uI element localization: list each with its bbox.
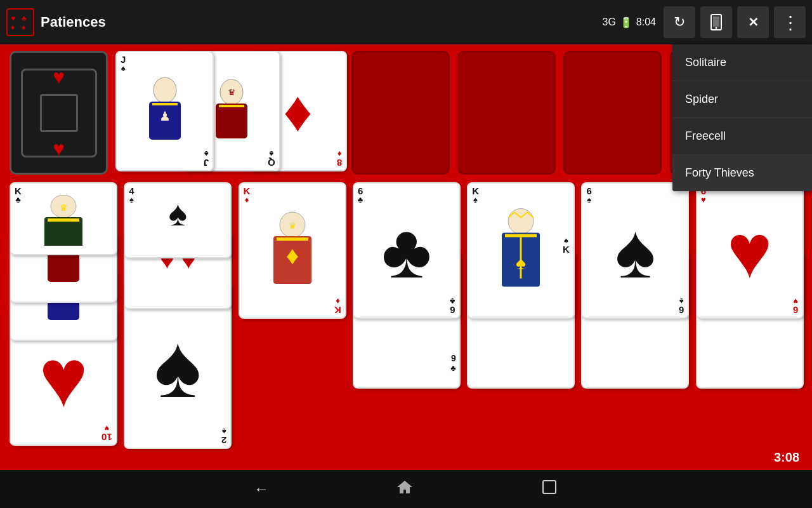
card-kd[interactable]: K♦ ♛ ♦ K♦ (239, 182, 346, 319)
waste-card-1[interactable]: J ♠ ♟ J ♠ (115, 51, 214, 171)
svg-rect-32 (505, 234, 537, 237)
stock-pile[interactable]: ♥ ♥ (10, 51, 108, 175)
svg-text:♛: ♛ (288, 220, 296, 231)
svg-text:♟: ♟ (159, 109, 171, 123)
bottom-nav: ← (0, 470, 812, 508)
dropdown-menu: Solitaire Spider Freecell Forty Thieves (672, 44, 812, 191)
svg-rect-6 (713, 17, 719, 27)
tableau-col-3[interactable]: K♦ ♛ ♦ K♦ (239, 182, 345, 449)
svg-text:♛: ♛ (227, 87, 235, 97)
close-button[interactable]: ✕ (737, 6, 769, 38)
card-4s[interactable]: 4♠ ♠ (124, 182, 232, 258)
more-button[interactable]: ⋮ (774, 6, 806, 38)
svg-rect-12 (219, 105, 244, 107)
card-6c[interactable]: 6♣ ♣ 6♣ (353, 182, 461, 319)
svg-point-7 (716, 27, 717, 29)
card-6h[interactable]: 6♥ ♥ 6♥ (696, 182, 804, 319)
tableau-col-2[interactable]: 2♠ ♠ 2♠ 3♥ ♥ ♥ 4♠ ♠ (124, 182, 230, 449)
svg-rect-15 (152, 103, 178, 105)
tableau-col-6[interactable]: 9♠ 6♠ ♠ 6♠ (581, 182, 688, 449)
svg-rect-23 (48, 218, 79, 222)
top-bar: ♥ ♣ ♦ ♠ Patiences 3G 🔋 8:04 ↻ ✕ ⋮ (0, 0, 812, 44)
tableau-col-4[interactable]: 6♣ 9 ♣ 6♣ ♣ 6♣ (353, 182, 459, 449)
foundation-3[interactable] (563, 51, 662, 175)
svg-text:♛: ♛ (60, 203, 68, 213)
status-info: 3G 🔋 8:04 (603, 17, 656, 29)
menu-item-spider[interactable]: Spider (672, 81, 812, 118)
network-status: 3G (603, 17, 616, 28)
card-6s[interactable]: 6♠ ♠ 6♠ (581, 182, 689, 319)
svg-rect-9 (216, 104, 247, 138)
tableau-col-7[interactable]: 9♥ 6♥ ♥ 6♥ (696, 182, 802, 449)
svg-text:♠: ♠ (22, 23, 26, 32)
menu-item-solitaire[interactable]: Solitaire (672, 44, 812, 81)
phone-button[interactable] (700, 6, 732, 38)
svg-text:♣: ♣ (22, 14, 27, 23)
foundation-1[interactable] (351, 51, 450, 175)
home-button[interactable] (396, 478, 414, 500)
svg-text:♦: ♦ (285, 241, 298, 269)
menu-item-forty-thieves[interactable]: Forty Thieves (672, 155, 812, 191)
svg-rect-27 (277, 237, 308, 241)
svg-rect-35 (543, 481, 556, 493)
svg-text:♠: ♠ (516, 252, 526, 273)
svg-text:♥: ♥ (11, 14, 15, 23)
toolbar: ↻ ✕ ⋮ (664, 6, 806, 38)
waste-pile[interactable]: 8 ♦ ♦ 8 ♦ Q ♠ (115, 51, 344, 175)
battery-icon: 🔋 (620, 17, 632, 29)
svg-point-30 (508, 209, 534, 234)
recents-button[interactable] (540, 478, 558, 500)
menu-item-freecell[interactable]: Freecell (672, 118, 812, 155)
refresh-button[interactable]: ↻ (664, 6, 695, 38)
tableau-col-1[interactable]: 10♥ ♥ 10♥ J♠ Q♥ (10, 182, 116, 449)
back-button[interactable]: ← (254, 480, 269, 498)
app-title: Patiences (41, 14, 603, 30)
foundation-2[interactable] (457, 51, 556, 175)
clock: 8:04 (636, 17, 656, 28)
svg-text:♦: ♦ (11, 23, 15, 32)
game-timer: 3:08 (774, 450, 799, 465)
card-ks[interactable]: K♠ ♠ K♠ (467, 182, 575, 319)
card-kc-col1[interactable]: K♣ ♛ (10, 182, 117, 255)
svg-point-13 (154, 77, 176, 103)
tableau-col-5[interactable]: 9♣ K♠ ♠ K♠ (467, 182, 573, 449)
app-icon: ♥ ♣ ♦ ♠ (6, 8, 34, 36)
